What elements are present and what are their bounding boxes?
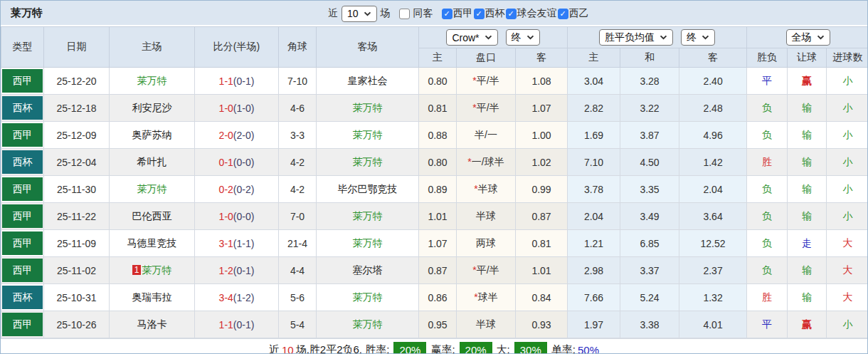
col-score: 比分(半场) (195, 27, 279, 68)
goals-cell: 大 (827, 257, 868, 284)
home-team-name: 莱万特 (142, 264, 171, 276)
eu-draw-odds: 4.50 (620, 149, 679, 176)
handicap-cell: *平/半 (457, 95, 516, 122)
handicap-result-value: 输 (802, 102, 812, 113)
handicap-value: 平/半 (477, 264, 499, 276)
home-team-name: 莱万特 (137, 75, 167, 86)
league-type-badge: 西杯 (2, 96, 43, 120)
league-type-badge: 西杯 (2, 150, 43, 174)
result-value: 负 (762, 102, 772, 113)
corners-cell: 3-3 (279, 122, 317, 149)
eu-home-odds: 2.04 (568, 203, 620, 230)
goals-cell: 大 (827, 230, 868, 257)
win-rate-badge: 20% (393, 342, 426, 354)
league-checkbox[interactable] (442, 9, 452, 19)
ah-home-odds: 0.95 (419, 311, 457, 338)
halftime-score: (0-1) (233, 319, 255, 330)
ah-away-odds: 1.08 (516, 68, 568, 95)
handicap-cell: 半/一 (457, 122, 516, 149)
result-value: 负 (762, 210, 772, 222)
home-team-name: 奥瑞韦拉 (132, 291, 172, 303)
team-stats-panel: 莱万特 近 10 场 同客 西甲西杯球会友谊西乙 类型 日期 (0, 0, 868, 354)
result-cell: 平 (747, 68, 788, 95)
handicap-result-value: 输 (802, 156, 812, 167)
handicap-cell: 半球 (457, 203, 516, 230)
goals-cell: 小 (827, 311, 868, 338)
match-type-cell: 西甲 (1, 203, 44, 230)
scope-group: 全场 (747, 27, 868, 48)
fulltime-score: 1-1 (219, 319, 233, 330)
ah-away-odds: 1.07 (516, 95, 568, 122)
ah-away-odds: 0.87 (516, 203, 568, 230)
fulltime-score: 3-4 (219, 292, 233, 303)
match-date: 25-10-31 (44, 284, 110, 311)
score-cell: 3-4(1-2) (195, 284, 279, 311)
avg-odds-select[interactable]: 胜平负均值 (599, 29, 673, 46)
handicap-value: 半球 (476, 210, 496, 222)
titlebar: 莱万特 近 10 场 同客 西甲西杯球会友谊西乙 (1, 1, 867, 26)
team-title: 莱万特 (11, 6, 43, 20)
match-date: 25-11-22 (44, 203, 110, 230)
away-team-cell: 莱万特 (317, 284, 419, 311)
handicap-cell: 半球 (457, 311, 516, 338)
home-team-cell: 奥萨苏纳 (110, 122, 195, 149)
result-cell: 负 (747, 257, 788, 284)
eu-draw-odds: 3.28 (620, 68, 679, 95)
handicap-value: 半/一 (475, 129, 497, 140)
goals-value: 大 (843, 264, 853, 276)
fulltime-score: 1-1 (219, 76, 233, 87)
goals-cell: 小 (827, 122, 868, 149)
eu-away-odds: 2.40 (679, 68, 747, 95)
eu-draw-odds: 3.35 (620, 176, 679, 203)
subcol-eu-home: 主 (568, 48, 620, 68)
home-team-cell: 马洛卡 (110, 311, 195, 338)
odds-state-value: 终 (512, 31, 522, 44)
avg-state-select[interactable]: 终 (681, 29, 715, 46)
halftime-score: (0-0) (233, 157, 255, 168)
col-home: 主场 (110, 27, 195, 68)
halftime-score: (0-2) (233, 184, 255, 195)
big-rate-badge: 30% (514, 342, 547, 354)
match-date: 25-12-04 (44, 149, 110, 176)
fulltime-score: 3-1 (219, 238, 233, 249)
halftime-score: (1-0) (233, 103, 255, 114)
result-cell: 胜 (747, 284, 788, 311)
home-team-name: 莱万特 (137, 183, 167, 194)
near-count-select[interactable]: 10 (342, 6, 377, 22)
odds-source-value: Crow* (452, 32, 479, 43)
away-team-cell: 莱万特 (317, 311, 419, 338)
match-date: 25-10-26 (44, 311, 110, 338)
result-cell: 负 (747, 122, 788, 149)
eu-draw-odds: 3.49 (620, 203, 679, 230)
away-team-cell: 塞尔塔 (317, 257, 419, 284)
ah-home-odds: 0.81 (419, 95, 457, 122)
league-checkbox[interactable] (506, 9, 517, 19)
handicap-value: 半球 (478, 183, 498, 194)
result-value: 负 (762, 237, 772, 249)
chevron-down-icon (702, 35, 709, 40)
subcol-eu-away: 客 (679, 48, 747, 68)
eu-home-odds: 2.98 (568, 257, 620, 284)
eu-home-odds: 1.97 (568, 311, 620, 338)
handicap-result-value: 输 (802, 129, 812, 140)
odds-source-select[interactable]: Crow* (446, 29, 497, 46)
eu-home-odds: 7.10 (568, 149, 620, 176)
league-checkbox[interactable] (558, 9, 568, 19)
home-team-cell: 利安尼沙 (110, 95, 195, 122)
fulltime-score: 0-1 (219, 157, 233, 168)
ah-home-odds: 0.86 (419, 284, 457, 311)
league-checkbox[interactable] (474, 9, 485, 19)
away-team-name: 莱万特 (353, 210, 383, 222)
scope-select[interactable]: 全场 (786, 29, 830, 46)
league-type-badge: 西甲 (2, 259, 43, 282)
same-venue-checkbox[interactable] (399, 9, 410, 19)
odds-state-select[interactable]: 终 (506, 29, 540, 46)
eu-home-odds: 1.69 (568, 122, 620, 149)
match-table-body: 西甲 25-12-20 莱万特 1-1(0-1) 7-10 皇家社会 0.80 … (1, 68, 868, 338)
handicap-value: 球半 (478, 291, 498, 303)
league-type-badge: 西甲 (2, 231, 43, 255)
league-type-badge: 西杯 (2, 286, 43, 309)
single-rate-label: 单率: (551, 343, 576, 354)
handicap-cell: *球半 (457, 284, 516, 311)
result-value: 胜 (762, 291, 772, 303)
